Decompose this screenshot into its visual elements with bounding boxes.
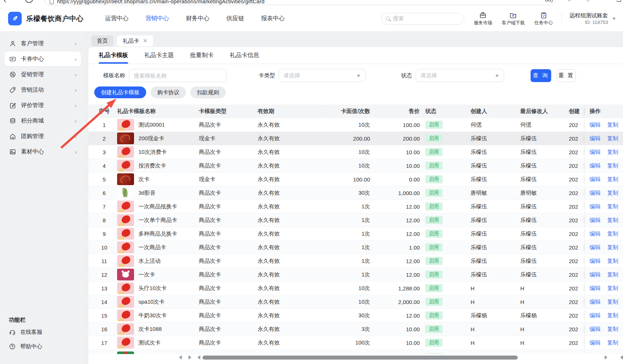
edit-link[interactable]: 编辑 xyxy=(589,217,601,224)
table-row[interactable]: 13 头疗10次卡 商品次卡 永久有效 10次 1,288.00 启用 H H … xyxy=(88,282,623,295)
template-name-input[interactable] xyxy=(129,69,227,82)
copy-link[interactable]: 复制 xyxy=(607,244,618,251)
purchase-agreement-button[interactable]: 购卡协议 xyxy=(151,86,186,98)
deduction-rules-button[interactable]: 扣款规则 xyxy=(190,86,226,98)
copy-link[interactable]: 复制 xyxy=(607,258,618,265)
sidebar-footer-在线客服[interactable]: 在线客服 xyxy=(9,329,85,336)
browser-search-icon[interactable]: ⌕ xyxy=(568,0,571,3)
fixed-col-scroll-icon[interactable] xyxy=(620,355,623,360)
bookmark-star-icon[interactable]: ☆ xyxy=(585,0,590,3)
copy-link[interactable]: 复制 xyxy=(607,217,618,224)
copy-link[interactable]: 复制 xyxy=(607,326,618,333)
sidebar-item-客户管理[interactable]: 客户管理› xyxy=(4,36,81,51)
sidebar-item-营销活动[interactable]: 营销活动› xyxy=(4,82,81,97)
table-row[interactable]: 8 一次单个商品卡 商品次卡 永久有效 1次 12.00 启用 乐檬伍 乐檬伍 … xyxy=(88,213,623,227)
browser-reload-icon[interactable] xyxy=(25,0,33,3)
sidebar-item-团购管理[interactable]: 团购管理› xyxy=(4,129,81,144)
nav-报表中心[interactable]: 报表中心 xyxy=(261,15,285,22)
copy-link[interactable]: 复制 xyxy=(607,190,618,197)
copy-link[interactable]: 复制 xyxy=(607,230,618,237)
edit-link[interactable]: 编辑 xyxy=(589,298,601,305)
edit-link[interactable]: 编辑 xyxy=(589,135,601,142)
edit-link[interactable]: 编辑 xyxy=(589,203,601,210)
subtab-礼品卡信息[interactable]: 礼品卡信息 xyxy=(230,47,259,64)
sidebar-item-积分商城[interactable]: 积分商城› xyxy=(4,113,81,128)
subtab-礼品卡模板[interactable]: 礼品卡模板 xyxy=(99,47,128,64)
nav-营销中心[interactable]: 营销中心 xyxy=(145,15,169,22)
table-row[interactable]: 16 次卡1088 商品次卡 永久有效 3次 10.00 启用 H H 202 … xyxy=(88,322,623,336)
edit-link[interactable]: 编辑 xyxy=(589,162,601,169)
browser-url-bar[interactable]: https://yyjjrqgubhexjsri9e0f.shopmars.cn… xyxy=(44,0,555,5)
tab-home[interactable]: 首页 xyxy=(91,35,113,46)
sidebar-footer-帮助中心[interactable]: 帮助中心 xyxy=(9,343,85,350)
scrollbar-thumb[interactable] xyxy=(203,356,518,360)
sidebar-item-素材中心[interactable]: 素材中心› xyxy=(4,144,81,159)
edit-link[interactable]: 编辑 xyxy=(589,149,601,156)
edit-link[interactable]: 编辑 xyxy=(589,258,601,265)
edit-link[interactable]: 编辑 xyxy=(589,176,601,183)
table-row[interactable]: 4 按消费次卡 商品次卡 永久有效 10次 10.00 启用 乐檬伍 乐檬伍 2… xyxy=(88,159,623,173)
edit-link[interactable]: 编辑 xyxy=(589,230,601,237)
copy-link[interactable]: 复制 xyxy=(607,312,618,319)
edit-link[interactable]: 编辑 xyxy=(589,326,601,333)
edit-link[interactable]: 编辑 xyxy=(589,339,601,346)
copy-link[interactable]: 复制 xyxy=(607,162,618,169)
copy-link[interactable]: 复制 xyxy=(607,135,618,142)
chevron-down-icon[interactable]: ▼ xyxy=(612,17,616,21)
search-button[interactable]: 查 询 xyxy=(531,69,551,82)
header-search-input[interactable]: 搜索 xyxy=(381,13,464,25)
copy-link[interactable]: 复制 xyxy=(607,271,618,278)
subtab-礼品卡主题[interactable]: 礼品卡主题 xyxy=(144,47,174,64)
edit-link[interactable]: 编辑 xyxy=(589,190,601,197)
card-type-select[interactable]: 请选择 ▼ xyxy=(279,69,366,82)
create-template-button[interactable]: 创建礼品卡模板 xyxy=(94,86,146,98)
copy-link[interactable]: 复制 xyxy=(607,149,618,156)
sidebar-item-卡券中心[interactable]: 卡券中心› xyxy=(4,52,81,66)
nav-供应链[interactable]: 供应链 xyxy=(226,15,244,22)
copy-link[interactable]: 复制 xyxy=(607,121,618,128)
tab-gift-card[interactable]: 礼品卡 ✕ xyxy=(117,35,153,46)
table-row[interactable]: 启用 xyxy=(88,350,623,354)
extension-badge[interactable]: da) xyxy=(545,0,553,3)
table-row[interactable]: 6 3d影音 商品次卡 永久有效 30次 1,000.00 启用 唐明敏 唐明敏… xyxy=(88,186,623,200)
close-icon[interactable]: ✕ xyxy=(143,38,148,44)
track-left-icon[interactable] xyxy=(197,355,200,360)
extensions-icon[interactable]: ❑ xyxy=(616,0,621,3)
table-row[interactable]: 17 测试次卡 商品次卡 永久有效 100次 10.00 启用 H H 202 … xyxy=(88,336,623,350)
nav-运营中心[interactable]: 运营中心 xyxy=(105,15,129,22)
table-row[interactable]: 7 一次商品抵换卡 商品次卡 永久有效 1次 12.00 启用 乐檬伍 乐檬伍 … xyxy=(88,200,623,213)
copy-link[interactable]: 复制 xyxy=(607,339,618,346)
edit-link[interactable]: 编辑 xyxy=(589,312,601,319)
sidebar-item-评价管理[interactable]: 评价管理› xyxy=(4,98,81,113)
edit-link[interactable]: 编辑 xyxy=(589,121,601,128)
quick-link-任务中心[interactable]: 任务中心 xyxy=(534,11,553,26)
status-select[interactable]: 请选择 ▼ xyxy=(416,69,504,82)
track-right-icon[interactable] xyxy=(605,355,608,360)
edit-link[interactable]: 编辑 xyxy=(589,271,601,278)
copy-link[interactable]: 复制 xyxy=(607,176,618,183)
quick-link-客户端下载[interactable]: 客户端下载 xyxy=(502,11,525,26)
edit-link[interactable]: 编辑 xyxy=(589,285,601,292)
table-row[interactable]: 1 测试00001 商品次卡 永久有效 10次 100.00 启用 何偲 何偲 … xyxy=(88,118,623,132)
table-row[interactable]: 14 spa10次卡 商品次卡 永久有效 10次 2,000.00 启用 H H… xyxy=(88,295,623,309)
subtab-批量制卡[interactable]: 批量制卡 xyxy=(190,47,214,64)
table-row[interactable]: 2 200现金卡 现金卡 永久有效 200.00 200.00 启用 乐檬伍 乐… xyxy=(88,132,623,145)
copy-link[interactable]: 复制 xyxy=(607,285,618,292)
reset-button[interactable]: 重 置 xyxy=(557,69,576,82)
sidebar-item-促销管理[interactable]: 促销管理› xyxy=(4,67,81,82)
table-row[interactable]: 10 一次商品卡 商品次卡 永久有效 1次 1.00 启用 乐檬伍 乐檬伍 20… xyxy=(88,241,623,254)
table-row[interactable]: 12 一次卡 商品次卡 永久有效 1次 12.00 启用 乐檬伍 乐檬伍 202… xyxy=(88,268,623,282)
table-row[interactable]: 11 水上活动 商品次卡 永久有效 1次 12.00 启用 乐檬伍 乐檬伍 20… xyxy=(88,254,623,268)
scroll-left-icon[interactable] xyxy=(179,355,182,360)
scroll-right-icon[interactable] xyxy=(189,355,191,360)
table-row[interactable]: 9 多种商品兑换卡 商品次卡 永久有效 1次 12.00 启用 乐檬伍 乐檬伍 … xyxy=(88,227,623,241)
copy-link[interactable]: 复制 xyxy=(607,203,618,210)
table-row[interactable]: 5 次卡 现金卡 永久有效 100.00 0.00 启用 乐檬伍 乐檬伍 202… xyxy=(88,173,623,186)
browser-back-icon[interactable]: ‹ xyxy=(4,0,6,5)
account-info[interactable]: 远程组测试账套 ID: 118753 xyxy=(569,12,608,26)
table-row[interactable]: 3 10次消费卡 商品次卡 永久有效 10次 10.00 启用 乐檬伍 乐檬伍 … xyxy=(88,145,623,159)
copy-link[interactable]: 复制 xyxy=(607,298,618,305)
edit-link[interactable]: 编辑 xyxy=(589,244,601,251)
quick-link-服务市场[interactable]: 服务市场 xyxy=(474,11,492,26)
table-row[interactable]: 15 牛奶30次卡 商品次卡 永久有效 30次 12.00 启用 乐檬杨 乐檬杨… xyxy=(88,309,623,322)
